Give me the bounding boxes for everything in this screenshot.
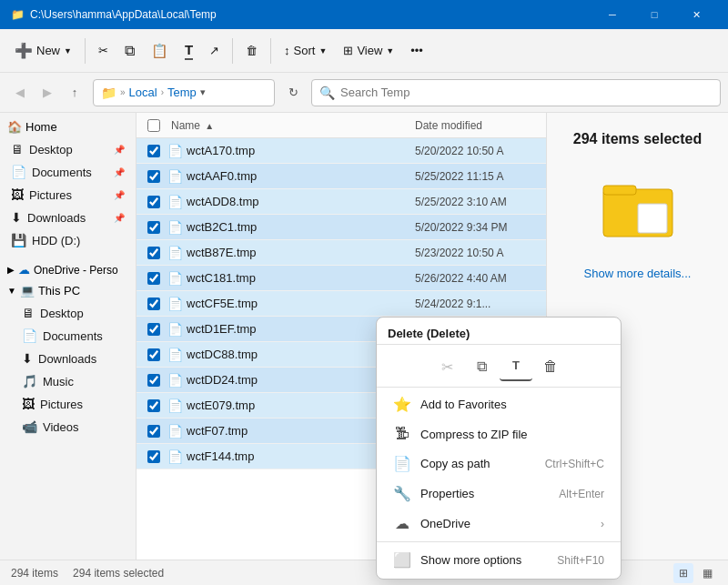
sidebar-item-pictures[interactable]: 🖼 Pictures 📌: [4, 184, 132, 206]
cm-item-label: Properties: [420, 487, 550, 500]
table-row[interactable]: 📄 wctB2C1.tmp 5/20/2022 9:34 PM: [136, 215, 546, 240]
show-more-details-link[interactable]: Show more details...: [584, 267, 692, 280]
row-checkbox[interactable]: [147, 348, 160, 361]
more-icon: •••: [410, 44, 423, 57]
cm-item-shortcut: Ctrl+Shift+C: [545, 458, 604, 470]
row-checkbox[interactable]: [147, 450, 160, 463]
select-all-checkbox[interactable]: [147, 119, 160, 132]
header-name[interactable]: Name ▲: [167, 119, 415, 132]
table-row[interactable]: 📄 wctC181.tmp 5/26/2022 4:40 AM: [136, 266, 546, 291]
cm-item-copy-as-path[interactable]: 📄 Copy as path Ctrl+Shift+C: [380, 449, 617, 479]
view-icon: ⊞: [343, 44, 353, 57]
sidebar-item-pc-pictures[interactable]: 🖼 Pictures: [4, 393, 132, 415]
view-button[interactable]: ⊞ View ▼: [336, 40, 401, 61]
sidebar: 🏠 Home 🖥 Desktop 📌 📄 Documents 📌 🖼 Pictu…: [0, 113, 136, 560]
folder-large-icon: [602, 169, 674, 252]
file-date: 5/25/2022 3:10 AM: [415, 196, 542, 208]
file-name: wctC181.tmp: [187, 271, 415, 285]
paste-button[interactable]: 📋: [144, 39, 176, 63]
refresh-button[interactable]: ↻: [280, 80, 306, 106]
file-list-header: Name ▲ Date modified: [136, 113, 546, 138]
minimize-button[interactable]: ─: [592, 0, 633, 29]
sidebar-item-pc-videos[interactable]: 📹 Videos: [4, 416, 132, 438]
row-checkbox[interactable]: [147, 298, 160, 310]
row-checkbox[interactable]: [147, 221, 160, 234]
sidebar-item-pc-music[interactable]: 🎵 Music: [4, 370, 132, 392]
cm-rename-button[interactable]: T: [500, 352, 532, 381]
new-button[interactable]: ➕ New ▼: [7, 38, 79, 63]
sidebar-pc-desktop-label: Desktop: [40, 307, 84, 320]
sidebar-item-pc-desktop[interactable]: 🖥 Desktop: [4, 302, 132, 324]
rename-button[interactable]: T: [177, 38, 200, 64]
back-button[interactable]: ◀: [7, 80, 33, 106]
search-box[interactable]: 🔍: [311, 79, 721, 106]
row-checkbox-cell: [140, 450, 167, 463]
cm-item-onedrive[interactable]: ☁ OneDrive ›: [380, 509, 617, 539]
address-bar: ◀ ▶ ↑ 📁 » Local › Temp ▾ ↻ 🔍: [0, 73, 728, 113]
copy-button[interactable]: ⧉: [117, 39, 142, 63]
cm-item-compress-to-zip-file[interactable]: 🗜 Compress to ZIP file: [380, 419, 617, 449]
delete-button[interactable]: 🗑: [238, 40, 265, 61]
breadcrumb-sep2: ›: [161, 87, 164, 97]
sidebar-onedrive-group[interactable]: ▶ ☁ OneDrive - Perso: [0, 259, 136, 280]
cm-cut-button[interactable]: ✂: [430, 352, 463, 381]
row-checkbox[interactable]: [147, 272, 160, 285]
sidebar-documents-label: Documents: [32, 166, 92, 179]
pc-docs-icon: 📄: [22, 328, 37, 343]
cm-item-add-to-favorites[interactable]: ⭐ Add to Favorites: [380, 389, 617, 419]
row-checkbox[interactable]: [147, 399, 160, 412]
up-button[interactable]: ↑: [62, 80, 87, 106]
row-checkbox[interactable]: [147, 247, 160, 259]
pc-videos-icon: 📹: [22, 419, 37, 434]
row-checkbox-cell: [140, 323, 167, 336]
sidebar-item-desktop[interactable]: 🖥 Desktop 📌: [4, 138, 132, 160]
share-button[interactable]: ↗: [202, 40, 227, 61]
breadcrumb-dropdown[interactable]: ▾: [200, 86, 206, 98]
cm-delete-button[interactable]: 🗑: [534, 352, 567, 381]
sidebar-item-downloads[interactable]: ⬇ Downloads 📌: [4, 207, 132, 228]
table-row[interactable]: 📄 wctB87E.tmp 5/23/2022 10:50 A: [136, 240, 546, 266]
cm-item-show-more-options[interactable]: ⬜ Show more options Shift+F10: [380, 545, 617, 575]
row-checkbox[interactable]: [147, 425, 160, 438]
sort-button[interactable]: ↕ Sort ▼: [277, 40, 334, 61]
more-button[interactable]: •••: [403, 40, 430, 61]
cm-item-shortcut: Alt+Enter: [559, 488, 604, 500]
breadcrumb[interactable]: 📁 » Local › Temp ▾: [93, 79, 275, 106]
table-row[interactable]: 📄 wctCF5E.tmp 5/24/2022 9:1...: [136, 291, 546, 317]
icon-view-button[interactable]: ▦: [697, 563, 717, 583]
search-input[interactable]: [340, 86, 713, 99]
file-icon: 📄: [167, 297, 183, 311]
breadcrumb-temp[interactable]: Temp: [167, 86, 197, 99]
sort-dropdown-icon: ▼: [318, 46, 327, 55]
maximize-button[interactable]: □: [633, 0, 675, 29]
onedrive-icon: ☁: [18, 263, 30, 277]
file-icon: 📄: [167, 373, 183, 388]
view-label: View: [357, 44, 382, 57]
sidebar-item-pc-documents[interactable]: 📄 Documents: [4, 325, 132, 347]
header-date: Date modified: [415, 119, 542, 132]
table-row[interactable]: 📄 wctA170.tmp 5/20/2022 10:50 A: [136, 138, 546, 164]
row-checkbox[interactable]: [147, 374, 160, 387]
breadcrumb-local[interactable]: Local: [129, 86, 157, 99]
forward-button[interactable]: ▶: [35, 80, 60, 106]
cut-button[interactable]: ✂: [91, 40, 116, 61]
close-button[interactable]: ✕: [675, 0, 717, 29]
sidebar-item-pc-downloads[interactable]: ⬇ Downloads: [4, 348, 132, 369]
detail-view-button[interactable]: ⊞: [673, 563, 693, 583]
rename-icon: T: [185, 42, 193, 60]
file-name: wctA170.tmp: [187, 144, 415, 157]
sidebar-item-hdd[interactable]: 💾 HDD (D:): [4, 229, 132, 251]
sidebar-item-documents[interactable]: 📄 Documents 📌: [4, 161, 132, 183]
table-row[interactable]: 📄 wctADD8.tmp 5/25/2022 3:10 AM: [136, 189, 546, 215]
row-checkbox[interactable]: [147, 170, 160, 183]
sidebar-home-group[interactable]: 🏠 Home: [0, 116, 136, 137]
cm-copy-button[interactable]: ⧉: [465, 352, 498, 381]
sidebar-thispc-group[interactable]: ▼ 💻 This PC: [0, 280, 136, 301]
row-checkbox[interactable]: [147, 145, 160, 157]
cm-item-shortcut: Shift+F10: [557, 554, 604, 567]
table-row[interactable]: 📄 wctAAF0.tmp 5/25/2022 11:15 A: [136, 164, 546, 189]
row-checkbox[interactable]: [147, 323, 160, 336]
cm-item-properties[interactable]: 🔧 Properties Alt+Enter: [380, 479, 617, 509]
row-checkbox[interactable]: [147, 196, 160, 208]
file-date: 5/24/2022 9:1...: [415, 298, 542, 310]
